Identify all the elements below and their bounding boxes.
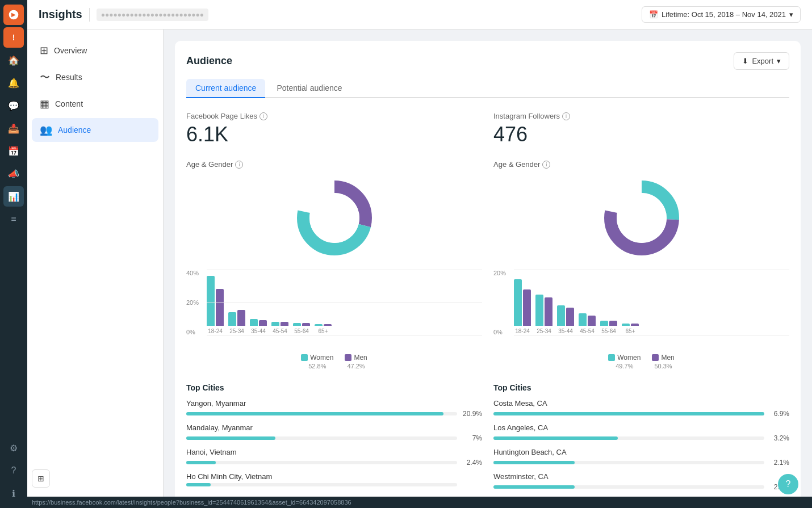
city-bar-row: 20.9% [186, 410, 482, 418]
facebook-likes-block: Facebook Page Likes i 6.1K [186, 112, 482, 146]
content-icon: ▦ [40, 98, 49, 110]
city-bar-row: 6.9% [493, 410, 789, 418]
city-bar-bg [186, 412, 457, 415]
sidebar-item-content[interactable]: ▦ Content [32, 92, 158, 116]
megaphone-icon[interactable]: 📣 [3, 163, 24, 184]
facebook-bar-chart: 40% 20% 0% [186, 270, 482, 349]
bar-ig-5564-men [609, 321, 617, 326]
bar-fb-2534-men [237, 310, 245, 326]
audience-tabs: Current audience Potential audience [186, 79, 789, 98]
instagram-age-gender-chart: Age & Gender i [493, 160, 789, 370]
instagram-followers-info-icon[interactable]: i [562, 112, 570, 120]
city-item: Mandalay, Myanmar 7% [186, 423, 482, 442]
facebook-chart-title: Age & Gender i [186, 160, 482, 169]
facebook-donut-container [186, 175, 482, 261]
date-range-wrapper: 📅 Lifetime: Oct 15, 2018 – Nov 14, 2021 … [642, 6, 801, 23]
bar-ig-1824-women [514, 279, 522, 326]
status-url: https://business.facebook.com/latest/ins… [32, 499, 351, 506]
grid-toggle-button[interactable]: ⊞ [32, 469, 50, 488]
instagram-bar-chart: 20% 0% [493, 270, 789, 349]
facebook-likes-value: 6.1K [186, 123, 482, 146]
city-item: Ho Chi Minh City, Vietnam [186, 472, 482, 486]
cities-row: Top Cities Yangon, Myanmar 20.9% [186, 383, 789, 497]
facebook-likes-label: Facebook Page Likes i [186, 112, 482, 120]
city-bar-row: 7% [186, 434, 482, 442]
svg-text:▶: ▶ [11, 11, 16, 18]
bar-ig-2534-women [535, 295, 543, 326]
status-bar: https://business.facebook.com/latest/ins… [27, 497, 812, 508]
home-icon[interactable]: 🏠 [3, 50, 24, 70]
chat-icon[interactable]: 💬 [3, 95, 24, 116]
city-pct: 3.2% [769, 434, 789, 442]
sidebar-label-audience: Audience [58, 125, 91, 135]
chevron-down-icon: ▾ [789, 10, 793, 19]
tab-potential-audience[interactable]: Potential audience [267, 79, 351, 98]
instagram-followers-label: Instagram Followers i [493, 112, 789, 120]
bar-fb-65plus-men [324, 324, 332, 326]
fb-chart-info-icon[interactable]: i [235, 161, 243, 169]
bar-fb-4554-men [281, 322, 288, 326]
instagram-top-cities: Top Cities Costa Mesa, CA 6.9% Lo [493, 383, 789, 497]
city-item: Los Angeles, CA 3.2% [493, 423, 789, 442]
menu-icon[interactable]: ≡ [3, 209, 24, 229]
brand-icon[interactable]: ▶ [3, 5, 24, 25]
bar-fb-3544-women [250, 319, 258, 326]
bar-ig-3544-men [566, 308, 574, 326]
city-pct: 2.1% [769, 459, 789, 467]
city-bar-fill [493, 461, 575, 464]
audience-header: Audience ⬇ Export ▾ [186, 52, 789, 70]
calendar-icon[interactable]: 📅 [3, 141, 24, 161]
city-bar-bg [493, 436, 764, 440]
bell-icon[interactable]: 🔔 [3, 73, 24, 93]
help-fab-button[interactable]: ? [778, 474, 798, 494]
city-bar-row: 3.2% [493, 434, 789, 442]
bar-fb-5564-women [293, 323, 301, 326]
instagram-donut-chart [599, 175, 684, 261]
city-pct: 7% [462, 434, 482, 442]
city-name: Costa Mesa, CA [493, 399, 789, 408]
date-range-button[interactable]: 📅 Lifetime: Oct 15, 2018 – Nov 14, 2021 … [642, 6, 801, 23]
bar-fb-2534-women [228, 312, 236, 326]
content-area: ⊞ Overview 〜 Results ▦ Content 👥 Audienc… [27, 30, 812, 497]
city-bar-fill [186, 412, 443, 415]
alert-icon[interactable]: ! [3, 27, 24, 48]
gear-icon[interactable]: ⚙ [3, 438, 24, 458]
audience-card: Audience ⬇ Export ▾ Current audience Pot… [175, 41, 801, 497]
city-pct: 2.4% [462, 459, 482, 467]
export-button[interactable]: ⬇ Export ▾ [734, 52, 789, 70]
sidebar-item-overview[interactable]: ⊞ Overview [32, 39, 158, 62]
city-name: Huntington Beach, CA [493, 448, 789, 456]
chart-icon[interactable]: 📊 [3, 186, 24, 207]
facebook-legend: Women 52.8% Men 47.2% [186, 354, 482, 370]
city-item: Costa Mesa, CA 6.9% [493, 399, 789, 418]
audience-title: Audience [186, 55, 232, 67]
women-color-swatch [301, 354, 308, 361]
bar-ig-5564-women [600, 321, 608, 326]
bar-ig-2534-men [545, 297, 553, 326]
inbox-icon[interactable]: 📥 [3, 118, 24, 138]
ig-legend-men: Men 50.3% [652, 354, 674, 370]
city-item: Westminster, CA 2.1% [493, 472, 789, 491]
city-name: Yangon, Myanmar [186, 399, 482, 408]
sidebar-item-audience[interactable]: 👥 Audience [32, 118, 158, 142]
city-bar-fill [186, 483, 211, 486]
ig-chart-info-icon[interactable]: i [542, 161, 550, 169]
tab-current-audience[interactable]: Current audience [186, 79, 265, 98]
bar-ig-65plus-men [631, 324, 639, 326]
city-bar-row [186, 483, 482, 486]
facebook-donut-chart [292, 175, 377, 261]
help-icon[interactable]: ? [3, 460, 24, 481]
city-bar-bg [186, 461, 457, 464]
city-name: Los Angeles, CA [493, 423, 789, 432]
bar-ig-4554-men [588, 316, 596, 326]
sidebar-item-results[interactable]: 〜 Results [32, 65, 158, 90]
sidebar-label-overview: Overview [54, 46, 87, 55]
city-bar-row: 2.1% [493, 483, 789, 491]
bar-ig-1824-men [523, 289, 531, 326]
instagram-followers-value: 476 [493, 123, 789, 146]
city-bar-bg [186, 483, 457, 486]
facebook-likes-info-icon[interactable]: i [259, 112, 267, 120]
calendar-icon: 📅 [649, 10, 658, 19]
info-icon[interactable]: ℹ [3, 483, 24, 503]
bar-fb-1824-men [216, 289, 224, 326]
